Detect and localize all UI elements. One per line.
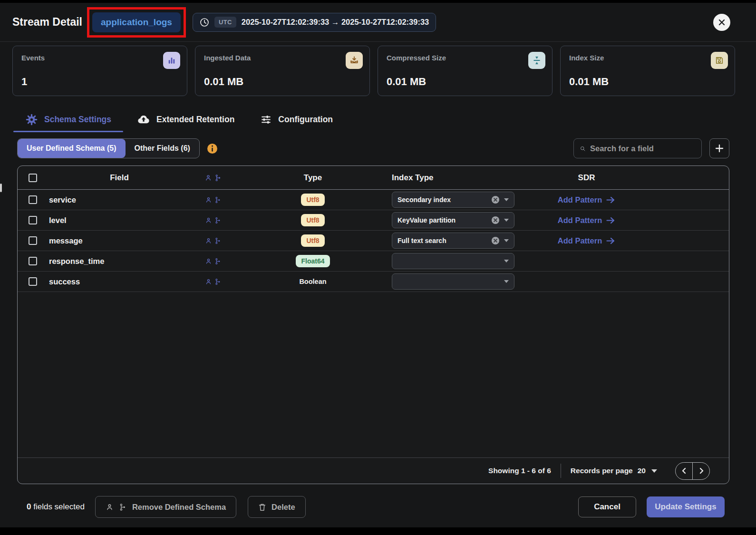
- chevron-down-icon: [504, 280, 509, 283]
- field-name: response_time: [48, 257, 104, 266]
- tab-label: Schema Settings: [44, 115, 111, 125]
- index-type-select[interactable]: KeyValue partition: [392, 212, 514, 228]
- compress-icon: [528, 52, 545, 69]
- time-range-text: 2025-10-27T12:02:39:33 → 2025-10-27T12:0…: [242, 18, 429, 27]
- user-icon: [205, 217, 212, 224]
- divider: [561, 464, 561, 478]
- row-checkbox[interactable]: [29, 195, 37, 204]
- page-title: Stream Detail: [12, 16, 82, 29]
- clear-icon[interactable]: [491, 195, 500, 204]
- chevron-right-icon: [698, 467, 705, 474]
- cancel-button[interactable]: Cancel: [578, 496, 636, 517]
- user-icon: [205, 196, 212, 204]
- remove-defined-schema-button[interactable]: Remove Defined Schema: [95, 496, 236, 518]
- field-name: success: [48, 277, 80, 286]
- select-all-checkbox[interactable]: [29, 174, 37, 182]
- arrow-right-icon: [606, 196, 615, 204]
- header: Stream Detail application_logs UTC 2025-…: [0, 3, 756, 42]
- clear-icon[interactable]: [491, 216, 500, 224]
- table-footer: Showing 1 - 6 of 6 Records per page 20: [18, 457, 729, 484]
- table-row[interactable]: response_time Float64: [18, 251, 729, 272]
- schema-icon: [214, 174, 222, 182]
- remove-defined-schema-label: Remove Defined Schema: [132, 503, 226, 512]
- close-button[interactable]: [713, 14, 730, 31]
- tab-schema-settings[interactable]: Schema Settings: [12, 107, 124, 132]
- arrow-right-icon: [606, 237, 615, 244]
- type-chip: Float64: [296, 255, 330, 267]
- table-row[interactable]: success Boolean: [18, 272, 729, 292]
- scrollbar-thumb[interactable]: [0, 184, 2, 192]
- tab-configuration[interactable]: Configuration: [247, 107, 346, 132]
- table-row[interactable]: service Utf8 Secondary index: [18, 190, 729, 210]
- table-body: service Utf8 Secondary index: [18, 190, 729, 457]
- card-value: 0.01 MB: [387, 76, 426, 88]
- trash-icon: [258, 503, 266, 511]
- cloud-upload-icon: [137, 113, 150, 126]
- sdr-add-pattern-link[interactable]: Add Pattern: [558, 236, 616, 245]
- schema-toolbar: User Defined Schema (5) Other Fields (6): [17, 138, 729, 159]
- sdr-label: Add Pattern: [558, 236, 602, 245]
- selected-label: fields selected: [31, 502, 84, 511]
- stats-cards: Events 1 Ingested Data 0.01 MB Compresse…: [12, 46, 735, 96]
- card-label: Index Size: [569, 54, 726, 62]
- next-page-button[interactable]: [693, 463, 709, 479]
- showing-count: Showing 1 - 6 of 6: [488, 467, 551, 475]
- add-field-button[interactable]: [709, 138, 729, 158]
- index-type-select[interactable]: Secondary index: [392, 192, 514, 208]
- row-checkbox[interactable]: [29, 236, 37, 245]
- card-label: Events: [21, 54, 178, 62]
- tab-other-fields[interactable]: Other Fields (6): [126, 139, 199, 158]
- update-settings-button[interactable]: Update Settings: [647, 496, 725, 517]
- card-value: 0.01 MB: [204, 76, 243, 88]
- index-type-value: Full text search: [397, 237, 487, 244]
- tab-label: Extended Retention: [156, 115, 234, 125]
- table-row[interactable]: message Utf8 Full text search: [18, 231, 729, 251]
- tab-extended-retention[interactable]: Extended Retention: [124, 107, 247, 132]
- type-chip: Utf8: [301, 214, 324, 226]
- user-icon: [204, 174, 212, 182]
- time-range-button[interactable]: UTC 2025-10-27T12:02:39:33 → 2025-10-27T…: [193, 13, 436, 32]
- card-label: Compressed Size: [387, 54, 543, 62]
- info-icon[interactable]: [207, 143, 218, 154]
- user-icon: [106, 503, 114, 511]
- column-field: Field: [48, 173, 191, 183]
- tab-label: Configuration: [278, 115, 333, 125]
- row-checkbox[interactable]: [29, 257, 37, 265]
- annotation-highlight-box: application_logs: [87, 7, 186, 38]
- user-icon: [205, 258, 212, 265]
- index-type-select[interactable]: [392, 253, 514, 269]
- tab-user-defined-schema[interactable]: User Defined Schema (5): [18, 139, 126, 158]
- column-index-type: Index Type: [390, 173, 545, 183]
- save-icon: [711, 52, 728, 69]
- sdr-add-pattern-link[interactable]: Add Pattern: [558, 195, 616, 204]
- stream-detail-dialog: Stream Detail application_logs UTC 2025-…: [0, 0, 756, 535]
- row-checkbox[interactable]: [29, 216, 37, 224]
- user-icon: [205, 278, 212, 285]
- chevron-left-icon: [681, 467, 688, 474]
- pagination-controls: [675, 462, 710, 480]
- events-card: Events 1: [12, 46, 187, 96]
- row-checkbox[interactable]: [29, 277, 37, 286]
- bottom-strip: [0, 527, 756, 535]
- field-name: level: [48, 216, 67, 225]
- ingested-data-card: Ingested Data 0.01 MB: [195, 46, 370, 96]
- schema-toggle-group: User Defined Schema (5) Other Fields (6): [17, 138, 200, 158]
- records-per-page-select[interactable]: Records per page 20: [571, 467, 657, 475]
- index-type-select[interactable]: [392, 273, 514, 290]
- clock-icon: [200, 18, 209, 27]
- card-value: 1: [21, 76, 27, 88]
- table-row[interactable]: level Utf8 KeyValue partition: [18, 210, 729, 231]
- search-input[interactable]: [590, 144, 695, 153]
- delete-label: Delete: [271, 503, 295, 512]
- cancel-label: Cancel: [594, 502, 620, 512]
- index-type-select[interactable]: Full text search: [392, 233, 514, 249]
- tune-icon: [260, 114, 272, 126]
- sdr-add-pattern-link[interactable]: Add Pattern: [558, 216, 616, 225]
- clear-icon[interactable]: [491, 236, 500, 245]
- prev-page-button[interactable]: [676, 463, 693, 479]
- chevron-down-icon: [504, 198, 509, 201]
- stream-name-button[interactable]: application_logs: [92, 12, 181, 32]
- schema-icon: [214, 196, 222, 204]
- delete-button[interactable]: Delete: [248, 496, 306, 518]
- type-chip: Boolean: [299, 278, 326, 285]
